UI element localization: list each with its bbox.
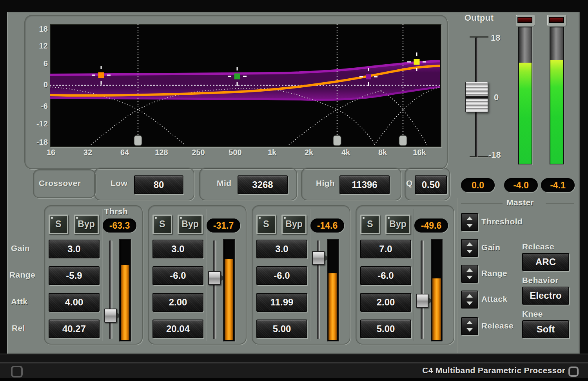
clip-led-left[interactable] <box>516 15 535 26</box>
band-1-meter-fill <box>121 265 129 340</box>
band-3-range-value[interactable]: -6.0 <box>256 266 307 285</box>
band-1-gain-value[interactable]: 3.0 <box>49 240 100 258</box>
bottom-strip-upper <box>0 354 588 363</box>
x-tick: 2k <box>299 148 318 157</box>
master-threshold-stepper[interactable] <box>461 213 478 231</box>
x-tick: 250 <box>189 148 208 157</box>
release-row-label: Rel <box>12 323 25 333</box>
band-3-threshold-readout: -14.6 <box>310 218 344 233</box>
band-2-attack-value[interactable]: 2.00 <box>152 293 203 312</box>
master-range-label: Range <box>481 269 507 278</box>
band-4-panel: S Byp -49.6 7.0 -6.0 2.00 5.00 <box>356 205 454 345</box>
band-4-solo-button[interactable]: S <box>360 215 380 234</box>
mid-crossover-handle[interactable] <box>333 135 341 146</box>
band-4-threshold-slider[interactable] <box>421 240 424 339</box>
q-value[interactable]: 0.50 <box>415 175 447 194</box>
band-2-meter <box>223 239 235 341</box>
meter-right-readout: -4.1 <box>541 178 575 192</box>
band-1-threshold-handle[interactable] <box>104 309 117 323</box>
clip-led-right-lamp <box>550 18 563 22</box>
waves-logo-icon-right <box>568 367 579 377</box>
fader-scale-top: 18 <box>491 33 500 43</box>
master-release-label: Release <box>481 321 514 330</box>
low-label: Low <box>111 179 127 188</box>
high-crossover-handle[interactable] <box>399 135 407 146</box>
band-4-threshold-handle[interactable] <box>416 294 428 308</box>
low-crossover-handle[interactable] <box>134 135 142 146</box>
master-rule-left <box>461 203 503 204</box>
band-4-meter <box>431 239 443 341</box>
band-2-panel: S Byp -31.7 3.0 -6.0 2.00 20.04 <box>148 205 247 345</box>
behavior-label: Behavior <box>522 276 559 285</box>
range-row-label: Range <box>9 270 35 280</box>
band-2-threshold-handle[interactable] <box>208 271 221 285</box>
clip-led-left-lamp <box>518 18 532 22</box>
band-2-range-value[interactable]: -6.0 <box>152 266 203 285</box>
band-3-bypass-button[interactable]: Byp <box>281 215 307 234</box>
band-2-solo-button[interactable]: S <box>152 215 172 234</box>
fader-scale-bottom: -18 <box>488 150 501 160</box>
y-tick: 0 <box>34 80 48 89</box>
band-3-solo-button[interactable]: S <box>256 215 276 234</box>
attack-row-label: Attk <box>11 297 27 306</box>
band-1-threshold-slider[interactable] <box>109 240 112 339</box>
master-gain-stepper[interactable] <box>461 239 478 257</box>
band-4-range-value[interactable]: -6.0 <box>360 266 411 285</box>
band-1-attack-value[interactable]: 4.00 <box>49 293 100 312</box>
output-meter-left-fill <box>519 63 532 164</box>
clip-led-right[interactable] <box>547 15 566 26</box>
output-label: Output <box>465 13 494 23</box>
band-2-bypass-button[interactable]: Byp <box>178 215 203 234</box>
band-1-threshold-readout: -63.3 <box>103 218 136 233</box>
output-fader[interactable] <box>475 38 478 157</box>
fader-top-cap <box>470 36 488 38</box>
band-1-meter <box>119 239 131 341</box>
fader-scale-mid: 0 <box>494 92 499 103</box>
band-2-gain-value[interactable]: 3.0 <box>152 240 203 258</box>
band-3-threshold-handle[interactable] <box>312 251 325 265</box>
output-fader-handle[interactable] <box>465 82 488 112</box>
master-attack-label: Attack <box>481 294 508 304</box>
band-4-bypass-button[interactable]: Byp <box>385 215 410 234</box>
band-2-release-value[interactable]: 20.04 <box>152 320 203 338</box>
behavior-button[interactable]: Electro <box>522 287 569 305</box>
band-4-release-value[interactable]: 5.00 <box>360 320 411 338</box>
master-range-stepper[interactable] <box>461 265 478 283</box>
output-meter-right-fill <box>550 60 563 164</box>
high-crossover-value[interactable]: 11396 <box>339 175 390 194</box>
x-tick: 128 <box>152 148 171 157</box>
band-1-range-value[interactable]: -5.9 <box>49 266 100 285</box>
x-tick: 8k <box>373 148 392 157</box>
band-3-threshold-slider[interactable] <box>317 240 320 339</box>
master-release-stepper[interactable] <box>461 317 478 335</box>
c4-plugin-window: 18 12 6 0 -6 -12 -18 16 32 64 128 250 50… <box>0 0 588 381</box>
mid-label: Mid <box>217 179 231 188</box>
band-3-release-value[interactable]: 5.00 <box>256 320 307 338</box>
master-attack-stepper[interactable] <box>461 291 478 309</box>
frequency-response-graph <box>50 24 440 146</box>
band-2-threshold-slider[interactable] <box>213 240 216 339</box>
knee-button[interactable]: Soft <box>522 320 569 338</box>
band-2-threshold-readout: -31.7 <box>207 218 240 233</box>
band-4-gain-value[interactable]: 7.0 <box>360 240 411 258</box>
release-mode-button[interactable]: ARC <box>522 253 569 271</box>
band-4-attack-value[interactable]: 2.00 <box>360 293 411 312</box>
band-3-meter-fill <box>328 273 337 340</box>
x-tick: 1k <box>263 148 281 157</box>
band-2-meter-fill <box>225 259 233 340</box>
band-3-gain-value[interactable]: 3.0 <box>256 240 307 258</box>
x-tick: 16k <box>410 148 429 157</box>
low-crossover-value[interactable]: 80 <box>134 175 183 194</box>
high-label: High <box>316 179 335 188</box>
band-3-panel: S Byp -14.6 3.0 -6.0 11.99 5.00 <box>252 205 350 345</box>
master-title: Master <box>506 198 534 207</box>
mid-crossover-value[interactable]: 3268 <box>238 175 288 194</box>
x-tick: 4k <box>336 148 355 157</box>
band-1-release-value[interactable]: 40.27 <box>49 320 100 338</box>
x-tick: 500 <box>226 148 245 157</box>
gain-row-label: Gain <box>11 244 30 253</box>
band-3-attack-value[interactable]: 11.99 <box>256 293 307 312</box>
band-1-solo-button[interactable]: S <box>49 215 68 234</box>
waves-logo-icon-left <box>11 366 23 377</box>
band-1-bypass-button[interactable]: Byp <box>74 215 99 234</box>
